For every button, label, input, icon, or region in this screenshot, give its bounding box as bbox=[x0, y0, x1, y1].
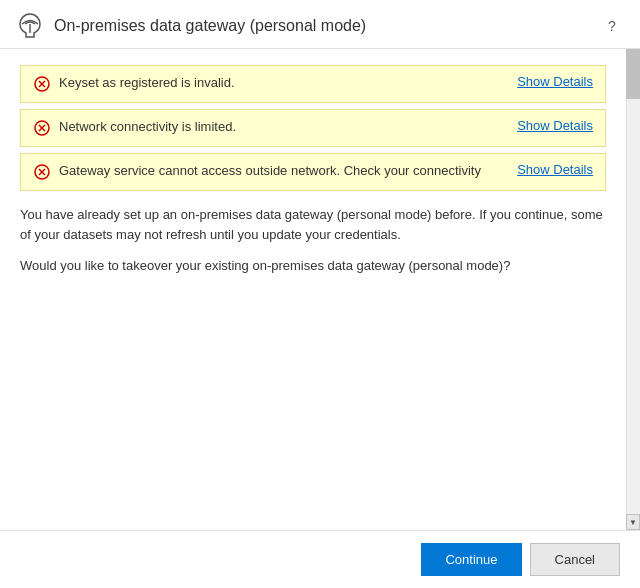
gateway-icon bbox=[16, 12, 44, 40]
error-icon-gateway bbox=[33, 163, 51, 181]
alert-item-network: Network connectivity is limited. Show De… bbox=[20, 109, 606, 147]
error-icon-network bbox=[33, 119, 51, 137]
alert-item-keyset: Keyset as registered is invalid. Show De… bbox=[20, 65, 606, 103]
info-paragraph-1: You have already set up an on-premises d… bbox=[20, 205, 606, 244]
dialog-window: On-premises data gateway (personal mode)… bbox=[0, 0, 640, 588]
error-icon-keyset bbox=[33, 75, 51, 93]
scrollbar-track[interactable]: ▲ ▼ bbox=[626, 49, 640, 530]
info-paragraph-2: Would you like to takeover your existing… bbox=[20, 256, 606, 276]
help-button[interactable]: ? bbox=[600, 14, 624, 38]
show-details-button-network[interactable]: Show Details bbox=[517, 118, 593, 133]
dialog-title: On-premises data gateway (personal mode) bbox=[54, 17, 600, 35]
alerts-area: Keyset as registered is invalid. Show De… bbox=[20, 65, 606, 191]
scrollbar-arrow-down[interactable]: ▼ bbox=[626, 514, 640, 530]
show-details-button-keyset[interactable]: Show Details bbox=[517, 74, 593, 89]
alert-message-gateway: Gateway service cannot access outside ne… bbox=[59, 162, 505, 180]
scrollbar-thumb[interactable] bbox=[626, 49, 640, 99]
alert-message-network: Network connectivity is limited. bbox=[59, 118, 505, 136]
alert-item-gateway: Gateway service cannot access outside ne… bbox=[20, 153, 606, 191]
continue-button[interactable]: Continue bbox=[421, 543, 521, 576]
alert-message-keyset: Keyset as registered is invalid. bbox=[59, 74, 505, 92]
cancel-button[interactable]: Cancel bbox=[530, 543, 620, 576]
dialog-titlebar: On-premises data gateway (personal mode)… bbox=[0, 0, 640, 49]
info-text-area: You have already set up an on-premises d… bbox=[20, 205, 606, 276]
dialog-footer: Continue Cancel bbox=[0, 530, 640, 588]
show-details-button-gateway[interactable]: Show Details bbox=[517, 162, 593, 177]
dialog-content: Keyset as registered is invalid. Show De… bbox=[0, 49, 640, 530]
